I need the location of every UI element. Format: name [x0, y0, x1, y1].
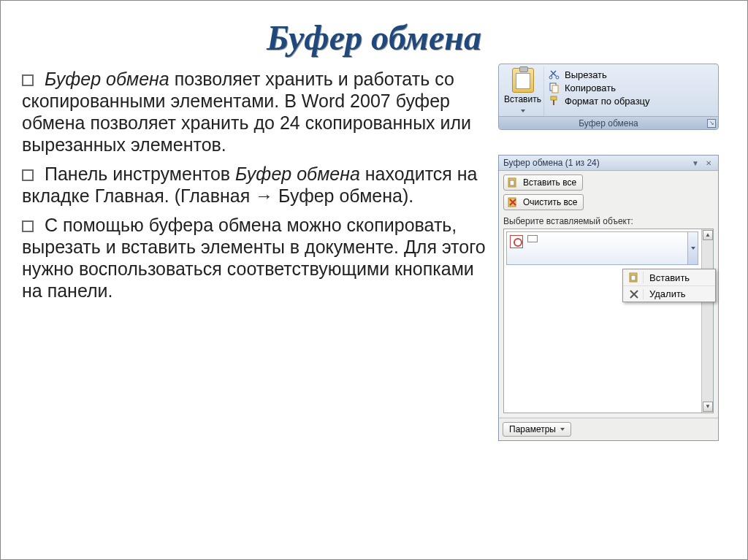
- svg-rect-3: [552, 85, 558, 93]
- svg-rect-5: [553, 100, 554, 105]
- svg-point-0: [549, 76, 552, 79]
- paintbrush-icon: [549, 95, 560, 107]
- pane-header: Буфер обмена (1 из 24) ▼ ✕: [499, 156, 718, 171]
- svg-rect-10: [631, 275, 636, 280]
- images-column: Вставить Вырезать Копировать: [498, 64, 725, 441]
- scrollbar[interactable]: ▲ ▼: [701, 229, 713, 413]
- svg-rect-4: [551, 96, 557, 100]
- svg-rect-7: [510, 180, 514, 185]
- select-object-label: Выберите вставляемый объект:: [503, 216, 714, 226]
- paste-all-label: Вставить все: [523, 177, 576, 188]
- ctx-paste-item[interactable]: Вставить: [623, 269, 715, 286]
- cut-label: Вырезать: [565, 69, 607, 80]
- clipboard-item[interactable]: [506, 231, 698, 265]
- ribbon-body: Вставить Вырезать Копировать: [499, 64, 718, 116]
- ctx-paste-label: Вставить: [649, 272, 690, 283]
- item-preview-icon: [527, 235, 538, 242]
- chevron-down-icon: [521, 110, 525, 112]
- copy-button[interactable]: Копировать: [547, 81, 712, 94]
- close-icon[interactable]: ✕: [703, 158, 714, 167]
- clear-all-icon: [507, 196, 519, 208]
- paste-button[interactable]: Вставить: [502, 66, 544, 116]
- clear-all-button[interactable]: Очистить все: [503, 194, 584, 210]
- svg-point-1: [556, 76, 559, 79]
- format-painter-label: Формат по образцу: [565, 96, 650, 107]
- copy-icon: [549, 82, 560, 93]
- clipboard-items-list: ▲ ▼ Вставить: [503, 229, 714, 413]
- ribbon-small-buttons: Вырезать Копировать Формат по образцу: [544, 66, 715, 116]
- menu-chevron-icon[interactable]: ▼: [690, 158, 701, 167]
- params-label: Параметры: [509, 424, 556, 434]
- powerpoint-item-icon: [510, 235, 523, 248]
- paste-label: Вставить: [503, 94, 542, 104]
- chevron-down-icon: [560, 428, 565, 431]
- pane-header-controls: ▼ ✕: [690, 158, 714, 167]
- delete-icon: [627, 289, 644, 299]
- ctx-delete-item[interactable]: Удалить: [623, 286, 715, 302]
- paste-all-button[interactable]: Вставить все: [503, 174, 583, 191]
- params-button[interactable]: Параметры: [503, 422, 571, 437]
- caption-text: Буфер обмена: [579, 118, 638, 129]
- pane-title: Буфер обмена (1 из 24): [503, 158, 600, 168]
- ctx-delete-label: Удалить: [649, 288, 686, 299]
- clipboard-pane: Буфер обмена (1 из 24) ▼ ✕ Вставить все …: [498, 155, 719, 441]
- scissors-icon: [549, 69, 560, 80]
- copy-label: Копировать: [565, 83, 616, 93]
- pane-footer: Параметры: [499, 418, 718, 440]
- context-menu: Вставить Удалить: [622, 269, 716, 302]
- format-painter-button[interactable]: Формат по образцу: [547, 94, 712, 107]
- clipboard-icon: [512, 68, 534, 93]
- paste-all-icon: [507, 177, 519, 188]
- clear-all-label: Очистить все: [523, 197, 577, 207]
- ribbon-clipboard-group: Вставить Вырезать Копировать: [498, 64, 719, 130]
- paste-icon: [627, 272, 644, 283]
- dialog-launcher-icon[interactable]: ↘: [707, 119, 716, 128]
- ribbon-group-caption: Буфер обмена ↘: [499, 116, 718, 129]
- scroll-up-icon[interactable]: ▲: [703, 230, 713, 240]
- cut-button[interactable]: Вырезать: [547, 68, 712, 81]
- scroll-down-icon[interactable]: ▼: [703, 402, 713, 412]
- item-dropdown-icon[interactable]: [687, 232, 698, 264]
